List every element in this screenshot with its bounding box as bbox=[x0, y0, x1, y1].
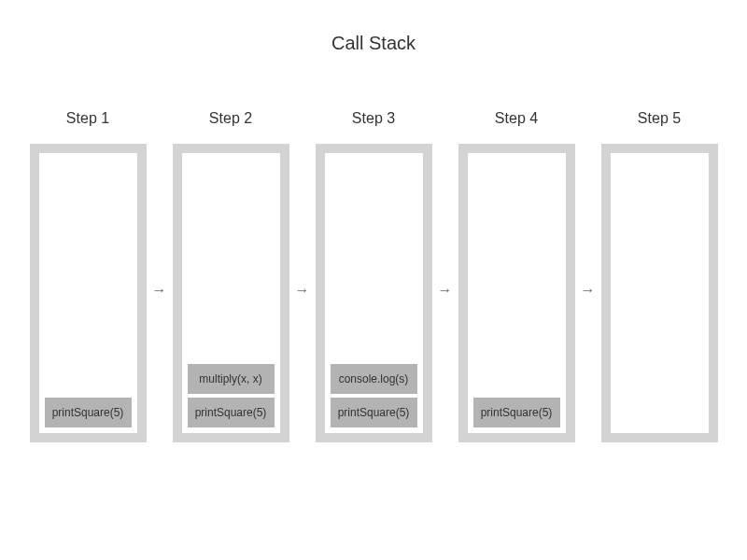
stack-frame: printSquare(5) bbox=[331, 398, 417, 427]
stack-frame: printSquare(5) bbox=[473, 398, 560, 427]
steps-row: Step 1 printSquare(5) → Step 2 printSqua… bbox=[0, 110, 747, 442]
stack-box bbox=[601, 144, 718, 442]
step-5: Step 5 bbox=[601, 110, 718, 442]
stack-frame: console.log(s) bbox=[331, 364, 417, 394]
stack-frame: multiply(x, x) bbox=[188, 364, 275, 394]
arrow-right-icon: → bbox=[295, 282, 310, 299]
arrow-right-icon: → bbox=[581, 282, 596, 299]
stack-frame: printSquare(5) bbox=[188, 398, 275, 427]
stack-box: printSquare(5) bbox=[30, 144, 147, 442]
arrow-right-icon: → bbox=[152, 282, 167, 299]
step-2: Step 2 printSquare(5) multiply(x, x) bbox=[173, 110, 289, 442]
step-1: Step 1 printSquare(5) bbox=[30, 110, 147, 442]
arrow-right-icon: → bbox=[438, 282, 453, 299]
stack-box: printSquare(5) multiply(x, x) bbox=[173, 144, 289, 442]
step-label: Step 4 bbox=[495, 110, 538, 127]
step-label: Step 5 bbox=[638, 110, 681, 127]
diagram-title: Call Stack bbox=[0, 0, 747, 54]
step-3: Step 3 printSquare(5) console.log(s) bbox=[316, 110, 432, 442]
stack-frame: printSquare(5) bbox=[45, 398, 132, 427]
step-label: Step 1 bbox=[66, 110, 109, 127]
step-label: Step 3 bbox=[352, 110, 395, 127]
stack-box: printSquare(5) bbox=[458, 144, 575, 442]
step-4: Step 4 printSquare(5) bbox=[458, 110, 575, 442]
stack-box: printSquare(5) console.log(s) bbox=[316, 144, 432, 442]
step-label: Step 2 bbox=[209, 110, 252, 127]
